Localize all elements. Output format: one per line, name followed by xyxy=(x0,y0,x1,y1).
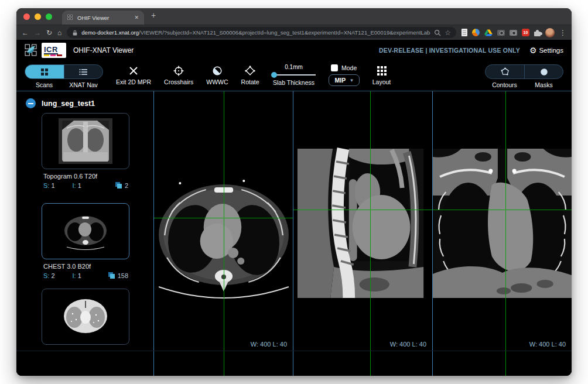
thumbnail-image-chest-b20f xyxy=(59,208,112,254)
scans-toggle-button[interactable] xyxy=(25,65,64,78)
nav-toggle: Scans XNAT Nav xyxy=(25,62,103,88)
release-notice: DEV-RELEASE | INVESTIGATIONAL USE ONLY xyxy=(379,47,520,54)
crosshair-vertical-line[interactable] xyxy=(224,91,224,376)
mode-group: Mode MIP ▾ xyxy=(329,62,360,86)
mode-checkbox[interactable] xyxy=(331,64,338,71)
viewport-axial[interactable]: W: 400 L: 40 xyxy=(154,91,293,376)
slab-thickness-handle[interactable] xyxy=(271,72,277,78)
reload-icon[interactable]: ↻ xyxy=(46,29,52,36)
new-tab-button[interactable]: + xyxy=(151,11,156,20)
camera-extension-icon[interactable] xyxy=(497,30,505,36)
viewport-sagittal[interactable]: W: 400 L: 40 xyxy=(293,91,432,376)
slab-thickness-value: 0.1mm xyxy=(285,64,303,70)
layout-button[interactable]: Layout xyxy=(372,62,391,85)
extension-page-icon[interactable] xyxy=(461,29,467,36)
viewer-toolbar: Scans XNAT Nav Exit 2D MPR Crosshairs xyxy=(16,60,572,91)
browser-toolbar: ← → ↻ ⌂ demo-docker1.xnat.org/VIEWER/?su… xyxy=(16,25,572,40)
bookmark-star-icon[interactable]: ☆ xyxy=(445,29,451,36)
badge-extension-icon[interactable]: 10 xyxy=(522,29,529,36)
home-icon[interactable]: ⌂ xyxy=(57,29,61,36)
forward-icon[interactable]: → xyxy=(34,29,41,36)
extension-color-icon[interactable] xyxy=(472,29,480,36)
ohif-viewer: ICR OHIF-XNAT Viewer DEV-RELEASE | INVES… xyxy=(16,40,572,376)
series-name: CHEST 3.0 B60f xyxy=(43,350,129,351)
zoom-window-button[interactable] xyxy=(46,13,52,20)
series-name: Topogram 0.6 T20f xyxy=(43,173,129,180)
collapse-study-button[interactable] xyxy=(26,98,36,108)
coronal-ct-image xyxy=(433,91,572,376)
settings-gear-icon[interactable]: ⚙ xyxy=(529,46,537,55)
masks-button[interactable] xyxy=(524,65,563,78)
image-count: 158 xyxy=(118,272,128,279)
series-card-topogram[interactable]: Topogram 0.6 T20f S:1 I:1 2 xyxy=(42,113,129,189)
window-level-label: W: 400 L: 40 xyxy=(390,341,426,348)
image-count: 2 xyxy=(125,182,128,189)
xnat-nav-toggle-button[interactable] xyxy=(64,65,102,78)
traffic-lights xyxy=(23,13,52,20)
padlock-icon xyxy=(72,29,78,36)
extensions-area: 10 ⋮ xyxy=(461,28,566,37)
crosshair-vertical-line[interactable] xyxy=(370,91,371,376)
screenshot-extension-icon[interactable] xyxy=(510,30,517,36)
rotate-icon xyxy=(245,65,255,76)
zoom-page-icon[interactable] xyxy=(434,29,441,36)
xnat-logo-icon xyxy=(25,44,37,56)
x-icon xyxy=(129,65,138,76)
image-stack-icon xyxy=(115,181,122,189)
back-icon[interactable]: ← xyxy=(22,29,29,36)
crosshair-horizontal-line[interactable] xyxy=(154,218,293,218)
window-level-label: W: 400 L: 40 xyxy=(251,341,287,348)
list-icon xyxy=(79,68,88,76)
window-level-icon xyxy=(212,65,223,76)
mask-icon xyxy=(540,68,548,76)
viewer-content: lung_seg_test1 xyxy=(16,91,572,376)
browser-window: OHIF Viewer ✕ + ← → ↻ ⌂ demo-docker1.xna… xyxy=(16,8,572,376)
tab-title: OHIF Viewer xyxy=(77,15,134,21)
sagittal-ct-image xyxy=(293,91,432,376)
extensions-puzzle-icon[interactable] xyxy=(534,32,541,36)
address-bar[interactable]: demo-docker1.xnat.org/VIEWER/?subjectId=… xyxy=(67,27,456,38)
series-name: CHEST 3.0 B20f xyxy=(43,263,129,270)
wwwc-button[interactable]: WWWC xyxy=(206,62,228,85)
slab-thickness-control: 0.1mm Slab Thickness xyxy=(272,62,316,86)
layout-grid-icon xyxy=(377,65,387,76)
slab-thickness-slider[interactable] xyxy=(272,74,316,76)
viewport-grid: W: 400 L: 40 xyxy=(153,91,572,376)
segmentation-toggle: Contours Masks xyxy=(485,62,563,88)
crosshair-horizontal-line[interactable] xyxy=(433,210,572,210)
browser-menu-icon[interactable]: ⋮ xyxy=(559,29,566,37)
icr-logo: ICR xyxy=(42,43,66,58)
crosshairs-icon xyxy=(173,65,184,76)
url-text: demo-docker1.xnat.org/VIEWER/?subjectId=… xyxy=(81,29,430,36)
series-card-chest-b60f[interactable]: CHEST 3.0 B60f xyxy=(42,289,129,351)
app-title: OHIF-XNAT Viewer xyxy=(73,46,134,54)
tab-close-icon[interactable]: ✕ xyxy=(134,15,139,20)
browser-tab-bar: OHIF Viewer ✕ + xyxy=(16,8,572,25)
contour-icon xyxy=(501,67,510,76)
window-level-label: W: 400 L: 40 xyxy=(529,341,566,348)
thumbnail-image-topogram xyxy=(59,118,112,164)
tab-favicon-icon xyxy=(67,15,73,20)
thumbnail-image-chest-b60f xyxy=(59,294,112,340)
settings-button[interactable]: Settings xyxy=(539,47,563,54)
study-label: lung_seg_test1 xyxy=(42,100,95,108)
crosshair-horizontal-line[interactable] xyxy=(293,210,432,210)
close-window-button[interactable] xyxy=(23,13,30,20)
scan-browser-panel: lung_seg_test1 xyxy=(16,91,153,351)
image-stack-icon xyxy=(108,272,115,279)
viewer-header: ICR OHIF-XNAT Viewer DEV-RELEASE | INVES… xyxy=(16,40,572,60)
chevron-down-icon: ▾ xyxy=(350,77,353,83)
profile-avatar[interactable] xyxy=(545,28,555,37)
minimize-window-button[interactable] xyxy=(35,13,41,20)
viewport-coronal[interactable]: W: 400 L: 40 xyxy=(432,91,572,376)
exit-2d-mpr-button[interactable]: Exit 2D MPR xyxy=(116,62,151,85)
contours-button[interactable] xyxy=(486,65,524,78)
grid-icon xyxy=(40,68,49,76)
mip-dropdown[interactable]: MIP ▾ xyxy=(329,74,360,86)
browser-tab[interactable]: OHIF Viewer ✕ xyxy=(62,11,144,25)
crosshairs-button[interactable]: Crosshairs xyxy=(164,62,193,85)
drive-icon[interactable] xyxy=(484,29,493,36)
series-card-chest-b20f[interactable]: CHEST 3.0 B20f S:2 I:1 158 xyxy=(42,203,129,279)
crosshair-vertical-line[interactable] xyxy=(505,91,506,376)
rotate-button[interactable]: Rotate xyxy=(241,62,259,85)
